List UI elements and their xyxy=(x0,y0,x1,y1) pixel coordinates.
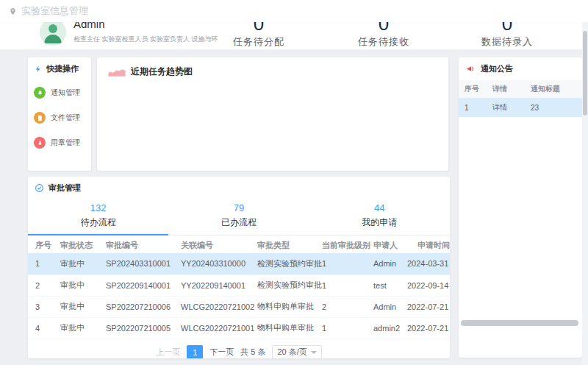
cell-applicant: Admin xyxy=(366,296,406,317)
next-page-button[interactable]: 下一页 xyxy=(209,347,234,358)
quick-action-label: 用章管理 xyxy=(51,138,80,148)
cell-status: 审批中 xyxy=(53,253,98,274)
cell-approval-no: SP202209140001 xyxy=(98,274,173,296)
cell-status: 审批中 xyxy=(53,296,98,317)
notice-col-title: 通知标题 xyxy=(525,80,582,98)
notice-col-index: 序号 xyxy=(459,80,487,98)
cell-level: 1 xyxy=(315,274,366,296)
area-chart-icon xyxy=(107,66,126,78)
col-index: 序号 xyxy=(28,237,53,253)
app-title: 实验室信息管理 xyxy=(21,4,88,18)
related-no-link[interactable]: YY202209140001 xyxy=(173,274,250,296)
col-date: 申请时间 xyxy=(406,237,450,253)
notice-horizontal-scrollbar[interactable] xyxy=(461,320,578,326)
cell-applicant: test xyxy=(366,274,406,296)
approval-badge-icon xyxy=(35,183,44,193)
quick-action-label: 文件管理 xyxy=(51,113,80,123)
tab-label: 待办流程 xyxy=(28,216,168,229)
col-approval-no: 审批编号 xyxy=(98,237,173,253)
cell-type: 物料申购单审批 xyxy=(250,317,315,339)
tab-label: 已办流程 xyxy=(168,216,309,229)
col-type: 审批类型 xyxy=(250,237,315,253)
tab-pending-flows[interactable]: 132 待办流程 xyxy=(28,200,168,235)
page-size-value: 20 条/页 xyxy=(277,347,306,358)
trend-chart-panel: 近期任务趋势图 xyxy=(97,57,448,171)
tab-count: 79 xyxy=(168,202,309,213)
notice-detail-link[interactable]: 详情 xyxy=(487,98,525,117)
total-count-label: 共 5 条 xyxy=(240,347,265,358)
cell-approval-no: SP202207210006 xyxy=(98,296,173,317)
pagination: 上一页 1 下一页 共 5 条 20 条/页 xyxy=(28,345,450,359)
table-row[interactable]: 3 审批中 SP202207210006 WLCG20220721002 物料申… xyxy=(28,296,450,317)
related-no-link[interactable]: WLCG20220721002 xyxy=(173,296,250,317)
notice-table-header: 序号 详情 通知标题 xyxy=(459,80,582,98)
cell-date: 2022-07-21 xyxy=(406,296,450,317)
cell-index: 2 xyxy=(28,274,53,296)
stat-label: 任务待接收 xyxy=(332,35,435,49)
notice-col-detail: 详情 xyxy=(487,80,525,98)
bell-icon xyxy=(34,87,46,99)
cell-level: 1 xyxy=(315,253,366,274)
prev-page-button[interactable]: 上一页 xyxy=(156,347,180,358)
table-row[interactable]: 2 审批中 SP202209140001 YY202209140001 检测实验… xyxy=(28,274,450,296)
tab-count: 132 xyxy=(28,202,168,213)
vertical-scrollbar-track[interactable] xyxy=(582,22,588,365)
related-no-link[interactable]: YY202403310000 xyxy=(173,253,250,274)
related-no-link[interactable]: WLCG20220721001 xyxy=(173,317,250,339)
tab-done-flows[interactable]: 79 已办流程 xyxy=(168,200,309,235)
table-row[interactable]: 1 审批中 SP202403310001 YY202403310000 检测实验… xyxy=(28,253,450,274)
stat-label: 任务待分配 xyxy=(207,35,310,49)
notice-panel: 通知公告 序号 详情 通知标题 1 详情 23 xyxy=(459,57,582,358)
quick-action-notice-management[interactable]: 通知管理 xyxy=(28,80,91,105)
cell-date: 2022-09-14 xyxy=(406,274,450,296)
cell-date: 2024-03-31 xyxy=(406,253,450,274)
notice-row[interactable]: 1 详情 23 xyxy=(459,98,582,117)
approval-header: 审批管理 xyxy=(28,177,450,199)
tab-count: 44 xyxy=(309,202,450,213)
notice-cell-title: 23 xyxy=(525,98,582,117)
cell-type: 检测实验预约审批 xyxy=(250,253,315,274)
cell-status: 审批中 xyxy=(53,317,98,339)
approval-panel: 审批管理 132 待办流程 79 已办流程 44 我的申请 序号 审批状态 审批… xyxy=(28,177,450,358)
quick-action-seal-management[interactable]: 用章管理 xyxy=(28,130,91,155)
notice-title: 通知公告 xyxy=(481,63,513,74)
lightning-icon xyxy=(35,65,42,74)
vertical-scrollbar-thumb[interactable] xyxy=(583,31,587,116)
table-row[interactable]: 4 审批中 SP202207210005 WLCG20220721001 物料申… xyxy=(28,317,450,339)
quick-actions-panel: 快捷操作 通知管理 文件管理 用章管理 xyxy=(28,57,91,171)
cell-date: 2022-07-21 xyxy=(406,317,450,339)
quick-action-file-management[interactable]: 文件管理 xyxy=(28,105,91,130)
topbar: 实验室信息管理 xyxy=(0,0,588,22)
trend-chart-header: 近期任务趋势图 xyxy=(97,57,448,86)
col-level: 当前审批级别 xyxy=(315,237,366,253)
location-pin-icon xyxy=(9,7,17,15)
file-icon xyxy=(34,112,46,124)
notice-table: 序号 详情 通知标题 1 详情 23 xyxy=(459,80,582,117)
notice-cell-index: 1 xyxy=(459,98,487,117)
quick-actions-header: 快捷操作 xyxy=(28,57,91,80)
approval-tabs: 132 待办流程 79 已办流程 44 我的申请 xyxy=(28,200,450,235)
trend-chart-title: 近期任务趋势图 xyxy=(131,65,193,78)
col-related-no: 关联编号 xyxy=(173,237,250,253)
page-size-select[interactable]: 20 条/页 xyxy=(272,345,321,359)
page-number-button[interactable]: 1 xyxy=(187,345,203,359)
approval-title: 审批管理 xyxy=(49,182,81,194)
cell-applicant: admin2 xyxy=(366,317,406,339)
cell-level: 2 xyxy=(315,296,366,317)
cell-type: 检测实验预约审批 xyxy=(250,274,315,296)
approval-table-header: 序号 审批状态 审批编号 关联编号 审批类型 当前审批级别 申请人 申请时间 xyxy=(28,237,450,253)
approval-table: 序号 审批状态 审批编号 关联编号 审批类型 当前审批级别 申请人 申请时间 1… xyxy=(28,237,450,339)
tab-label: 我的申请 xyxy=(309,216,450,229)
cell-applicant: Admin xyxy=(366,253,406,274)
tab-my-applications[interactable]: 44 我的申请 xyxy=(309,200,450,235)
stamp-icon xyxy=(34,137,46,149)
avatar-person-icon xyxy=(40,19,66,46)
cell-approval-no: SP202403310001 xyxy=(98,253,173,274)
megaphone-icon xyxy=(465,64,476,74)
cell-index: 4 xyxy=(28,317,53,339)
cell-status: 审批中 xyxy=(53,274,98,296)
chevron-down-icon xyxy=(311,351,317,354)
trend-chart-canvas xyxy=(97,86,448,167)
stat-label: 数据待录入 xyxy=(456,35,559,49)
col-applicant: 申请人 xyxy=(366,237,406,253)
